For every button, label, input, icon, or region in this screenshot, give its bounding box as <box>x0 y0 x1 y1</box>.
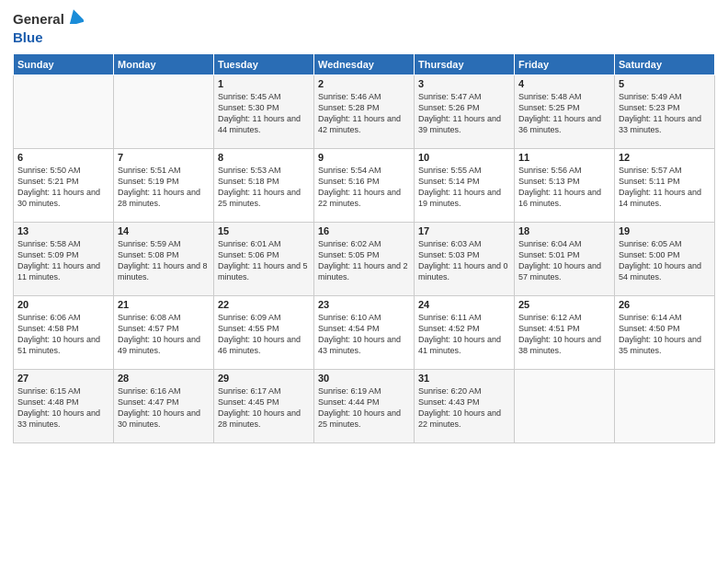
day-info: Sunrise: 5:59 AM Sunset: 5:08 PM Dayligh… <box>118 239 208 282</box>
day-number: 24 <box>418 299 510 310</box>
day-info: Sunrise: 6:15 AM Sunset: 4:48 PM Dayligh… <box>17 386 100 429</box>
calendar-cell: 22Sunrise: 6:09 AM Sunset: 4:55 PM Dayli… <box>214 295 314 369</box>
day-info: Sunrise: 6:11 AM Sunset: 4:52 PM Dayligh… <box>418 313 501 355</box>
day-info: Sunrise: 6:19 AM Sunset: 4:44 PM Dayligh… <box>318 386 401 429</box>
day-number: 17 <box>418 225 510 236</box>
day-info: Sunrise: 5:53 AM Sunset: 5:18 PM Dayligh… <box>218 166 301 208</box>
day-info: Sunrise: 5:58 AM Sunset: 5:09 PM Dayligh… <box>17 239 100 282</box>
day-info: Sunrise: 5:57 AM Sunset: 5:11 PM Dayligh… <box>619 166 701 208</box>
day-info: Sunrise: 6:09 AM Sunset: 4:55 PM Dayligh… <box>218 313 301 355</box>
col-header-tuesday: Tuesday <box>214 53 314 75</box>
day-number: 7 <box>118 152 210 163</box>
day-info: Sunrise: 6:17 AM Sunset: 4:45 PM Dayligh… <box>218 386 301 429</box>
day-number: 11 <box>518 152 610 163</box>
day-number: 2 <box>318 78 410 89</box>
day-number: 9 <box>318 152 410 163</box>
col-header-monday: Monday <box>114 53 214 75</box>
week-row-1: 1Sunrise: 5:45 AM Sunset: 5:30 PM Daylig… <box>14 75 715 148</box>
calendar-cell: 4Sunrise: 5:48 AM Sunset: 5:25 PM Daylig… <box>515 75 615 148</box>
calendar-cell: 21Sunrise: 6:08 AM Sunset: 4:57 PM Dayli… <box>114 295 214 369</box>
day-number: 27 <box>17 373 109 384</box>
day-info: Sunrise: 6:16 AM Sunset: 4:47 PM Dayligh… <box>118 386 200 429</box>
day-number: 21 <box>118 299 210 310</box>
col-header-thursday: Thursday <box>415 53 515 75</box>
calendar-cell <box>14 75 114 148</box>
calendar-cell: 15Sunrise: 6:01 AM Sunset: 5:06 PM Dayli… <box>214 222 314 295</box>
day-info: Sunrise: 6:02 AM Sunset: 5:05 PM Dayligh… <box>318 239 408 282</box>
calendar-cell <box>615 369 715 442</box>
day-info: Sunrise: 5:45 AM Sunset: 5:30 PM Dayligh… <box>218 92 301 134</box>
calendar-cell: 11Sunrise: 5:56 AM Sunset: 5:13 PM Dayli… <box>515 148 615 222</box>
day-info: Sunrise: 6:05 AM Sunset: 5:00 PM Dayligh… <box>619 239 701 282</box>
calendar-cell: 26Sunrise: 6:14 AM Sunset: 4:50 PM Dayli… <box>615 295 715 369</box>
day-info: Sunrise: 6:10 AM Sunset: 4:54 PM Dayligh… <box>318 313 401 355</box>
day-number: 29 <box>218 373 310 384</box>
day-info: Sunrise: 5:49 AM Sunset: 5:23 PM Dayligh… <box>619 92 701 134</box>
day-number: 6 <box>17 152 109 163</box>
day-info: Sunrise: 5:56 AM Sunset: 5:13 PM Dayligh… <box>518 166 601 208</box>
calendar-cell: 23Sunrise: 6:10 AM Sunset: 4:54 PM Dayli… <box>314 295 415 369</box>
col-header-saturday: Saturday <box>615 53 715 75</box>
day-number: 18 <box>518 225 610 236</box>
calendar-cell: 1Sunrise: 5:45 AM Sunset: 5:30 PM Daylig… <box>214 75 314 148</box>
day-number: 4 <box>518 78 610 89</box>
calendar-cell: 3Sunrise: 5:47 AM Sunset: 5:26 PM Daylig… <box>415 75 515 148</box>
day-number: 15 <box>218 225 310 236</box>
calendar-cell: 30Sunrise: 6:19 AM Sunset: 4:44 PM Dayli… <box>314 369 415 442</box>
day-info: Sunrise: 5:55 AM Sunset: 5:14 PM Dayligh… <box>418 166 501 208</box>
col-header-sunday: Sunday <box>14 53 114 75</box>
day-number: 12 <box>619 152 711 163</box>
calendar-cell: 16Sunrise: 6:02 AM Sunset: 5:05 PM Dayli… <box>314 222 415 295</box>
calendar-cell: 8Sunrise: 5:53 AM Sunset: 5:18 PM Daylig… <box>214 148 314 222</box>
calendar-cell: 28Sunrise: 6:16 AM Sunset: 4:47 PM Dayli… <box>114 369 214 442</box>
day-number: 25 <box>518 299 610 310</box>
day-info: Sunrise: 6:04 AM Sunset: 5:01 PM Dayligh… <box>518 239 601 282</box>
day-number: 1 <box>218 78 310 89</box>
calendar-cell: 20Sunrise: 6:06 AM Sunset: 4:58 PM Dayli… <box>14 295 114 369</box>
day-info: Sunrise: 5:47 AM Sunset: 5:26 PM Dayligh… <box>418 92 501 134</box>
day-number: 23 <box>318 299 410 310</box>
logo-blue: Blue <box>13 29 43 45</box>
day-number: 20 <box>17 299 109 310</box>
day-info: Sunrise: 5:48 AM Sunset: 5:25 PM Dayligh… <box>518 92 601 134</box>
calendar-cell: 18Sunrise: 6:04 AM Sunset: 5:01 PM Dayli… <box>515 222 615 295</box>
calendar-table: SundayMondayTuesdayWednesdayThursdayFrid… <box>13 53 715 443</box>
page-container: General Blue SundayMondayTuesdayWednesda… <box>0 0 728 563</box>
day-number: 10 <box>418 152 510 163</box>
day-info: Sunrise: 6:03 AM Sunset: 5:03 PM Dayligh… <box>418 239 508 282</box>
logo-arrow-icon <box>67 9 84 28</box>
calendar-cell: 25Sunrise: 6:12 AM Sunset: 4:51 PM Dayli… <box>515 295 615 369</box>
week-row-2: 6Sunrise: 5:50 AM Sunset: 5:21 PM Daylig… <box>14 148 715 222</box>
day-number: 14 <box>118 225 210 236</box>
day-info: Sunrise: 6:20 AM Sunset: 4:43 PM Dayligh… <box>418 386 501 429</box>
day-number: 5 <box>619 78 711 89</box>
col-header-wednesday: Wednesday <box>314 53 415 75</box>
calendar-cell: 10Sunrise: 5:55 AM Sunset: 5:14 PM Dayli… <box>415 148 515 222</box>
day-number: 16 <box>318 225 410 236</box>
calendar-cell: 13Sunrise: 5:58 AM Sunset: 5:09 PM Dayli… <box>14 222 114 295</box>
calendar-cell: 31Sunrise: 6:20 AM Sunset: 4:43 PM Dayli… <box>415 369 515 442</box>
calendar-cell <box>114 75 214 148</box>
header: General Blue <box>13 9 715 46</box>
day-info: Sunrise: 5:51 AM Sunset: 5:19 PM Dayligh… <box>118 166 200 208</box>
calendar-cell: 17Sunrise: 6:03 AM Sunset: 5:03 PM Dayli… <box>415 222 515 295</box>
calendar-cell: 19Sunrise: 6:05 AM Sunset: 5:00 PM Dayli… <box>615 222 715 295</box>
calendar-cell <box>515 369 615 442</box>
day-number: 30 <box>318 373 410 384</box>
week-row-4: 20Sunrise: 6:06 AM Sunset: 4:58 PM Dayli… <box>14 295 715 369</box>
svg-marker-0 <box>67 9 84 24</box>
calendar-cell: 7Sunrise: 5:51 AM Sunset: 5:19 PM Daylig… <box>114 148 214 222</box>
day-number: 19 <box>619 225 711 236</box>
logo: General Blue <box>13 9 84 46</box>
calendar-cell: 9Sunrise: 5:54 AM Sunset: 5:16 PM Daylig… <box>314 148 415 222</box>
col-header-friday: Friday <box>515 53 615 75</box>
calendar-cell: 14Sunrise: 5:59 AM Sunset: 5:08 PM Dayli… <box>114 222 214 295</box>
calendar-cell: 29Sunrise: 6:17 AM Sunset: 4:45 PM Dayli… <box>214 369 314 442</box>
calendar-cell: 27Sunrise: 6:15 AM Sunset: 4:48 PM Dayli… <box>14 369 114 442</box>
day-info: Sunrise: 6:06 AM Sunset: 4:58 PM Dayligh… <box>17 313 100 355</box>
day-info: Sunrise: 5:50 AM Sunset: 5:21 PM Dayligh… <box>17 166 100 208</box>
logo-general: General <box>13 11 64 28</box>
calendar-cell: 24Sunrise: 6:11 AM Sunset: 4:52 PM Dayli… <box>415 295 515 369</box>
day-info: Sunrise: 6:12 AM Sunset: 4:51 PM Dayligh… <box>518 313 601 355</box>
week-row-3: 13Sunrise: 5:58 AM Sunset: 5:09 PM Dayli… <box>14 222 715 295</box>
